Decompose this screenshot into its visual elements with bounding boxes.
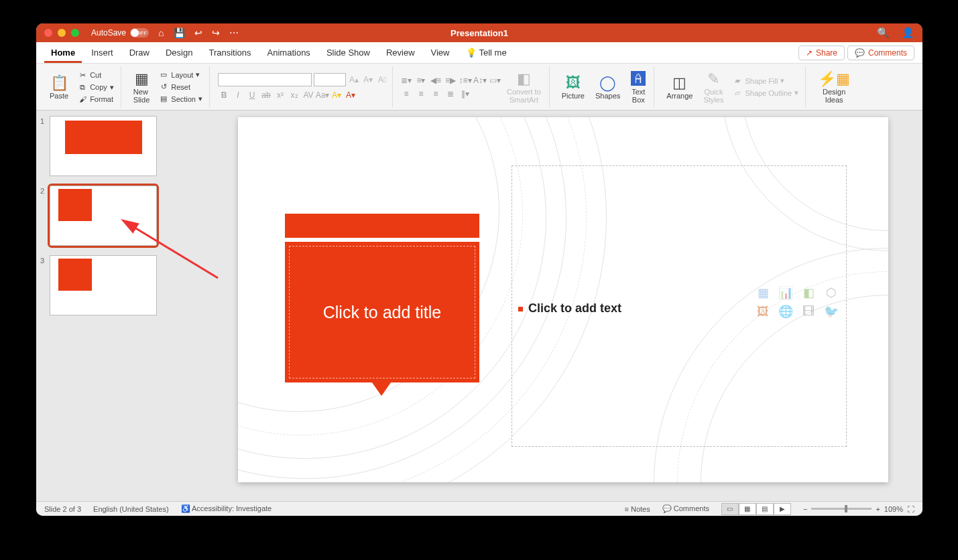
reset-button[interactable]: ↺Reset <box>156 82 205 92</box>
sorter-view-button[interactable]: ▦ <box>739 503 756 515</box>
tab-slideshow[interactable]: Slide Show <box>320 42 377 63</box>
slides-group: ▦New Slide ▭Layout ▾ ↺Reset ▤Section ▾ <box>125 66 210 107</box>
title-placeholder[interactable]: Click to add title <box>285 242 479 382</box>
autosave-control[interactable]: AutoSave OFF <box>91 28 149 38</box>
picture-button[interactable]: 🖼Picture <box>558 66 589 107</box>
arrange-button[interactable]: ◫Arrange <box>662 66 697 107</box>
tab-insert[interactable]: Insert <box>84 42 120 63</box>
zoom-window-button[interactable] <box>71 29 79 37</box>
slide-thumbnail-1[interactable] <box>50 116 157 176</box>
font-size-combo[interactable] <box>314 73 346 86</box>
share-button[interactable]: ↗Share <box>798 46 845 60</box>
language-indicator[interactable]: English (United States) <box>93 505 169 513</box>
insert-online-picture-icon[interactable]: 🌐 <box>776 303 796 320</box>
undo-icon[interactable]: ↩ <box>194 27 202 38</box>
home-icon[interactable]: ⌂ <box>158 27 164 38</box>
design-ideas-button[interactable]: ⚡▦Design Ideas <box>814 66 854 107</box>
save-icon[interactable]: 💾 <box>174 27 185 38</box>
subscript-button[interactable]: x² <box>274 89 286 101</box>
tab-transitions[interactable]: Transitions <box>202 42 257 63</box>
superscript-button[interactable]: x₂ <box>288 89 300 101</box>
slideshow-view-button[interactable]: ▶ <box>774 503 791 515</box>
normal-view-button[interactable]: ▭ <box>721 503 739 515</box>
slide-thumbnail-3[interactable] <box>50 255 157 316</box>
highlight-button[interactable]: A▾ <box>331 89 343 101</box>
indent-button[interactable]: ≡▶ <box>445 76 456 85</box>
bullets-button[interactable]: ≣▾ <box>401 76 412 85</box>
justify-button[interactable]: ≣ <box>445 89 456 98</box>
align-left-button[interactable]: ≡ <box>401 89 412 98</box>
align-center-button[interactable]: ≡ <box>416 89 426 98</box>
increase-font-button[interactable]: A▴ <box>348 74 360 86</box>
new-slide-button[interactable]: ▦New Slide <box>129 66 154 107</box>
section-button[interactable]: ▤Section ▾ <box>156 94 205 104</box>
zoom-in-button[interactable]: + <box>876 505 880 513</box>
zoom-slider[interactable] <box>811 508 872 510</box>
fit-window-button[interactable]: ⛶ <box>907 505 914 513</box>
paste-button[interactable]: 📋Paste <box>46 66 72 107</box>
slide-thumbnail-2[interactable] <box>50 186 157 246</box>
columns-button[interactable]: ‖▾ <box>460 89 471 98</box>
smartart-button[interactable]: ◧Convert to SmartArt <box>503 66 545 107</box>
insert-table-icon[interactable]: ▦ <box>753 285 773 301</box>
insert-icon-icon[interactable]: 🐦 <box>821 303 841 320</box>
comments-toggle[interactable]: 💬 Comments <box>662 504 709 513</box>
slide-canvas[interactable]: Click to add title Click to add text ▦ 📊… <box>238 117 888 482</box>
insert-smartart-icon[interactable]: ◧ <box>798 285 819 301</box>
font-name-combo[interactable] <box>218 73 312 86</box>
tab-animations[interactable]: Animations <box>261 42 317 63</box>
layout-button[interactable]: ▭Layout ▾ <box>156 70 205 80</box>
title-header-bar[interactable] <box>285 214 479 238</box>
shape-outline-button[interactable]: ▱Shape Outline ▾ <box>730 88 801 98</box>
notes-toggle[interactable]: ≡ Notes <box>625 505 650 513</box>
case-button[interactable]: Aa▾ <box>316 89 328 101</box>
insert-picture-icon[interactable]: 🖼 <box>753 303 773 320</box>
spacing-button[interactable]: AV <box>302 89 314 101</box>
comments-button[interactable]: 💬Comments <box>847 46 914 60</box>
align-text-button[interactable]: ▭▾ <box>489 76 500 85</box>
italic-button[interactable]: I <box>232 89 244 101</box>
underline-button[interactable]: U <box>246 89 258 101</box>
clear-format-button[interactable]: A⃠ <box>376 74 388 86</box>
account-icon[interactable]: 👤 <box>902 27 914 39</box>
strike-button[interactable]: ab <box>260 89 272 101</box>
slide-counter[interactable]: Slide 2 of 3 <box>44 505 81 513</box>
tab-draw[interactable]: Draw <box>123 42 156 63</box>
cut-button[interactable]: ✂Cut <box>75 70 117 80</box>
close-window-button[interactable] <box>44 29 52 37</box>
align-right-button[interactable]: ≡ <box>430 89 441 98</box>
tab-tellme[interactable]: 💡Tell me <box>459 42 514 63</box>
accessibility-status[interactable]: ♿ Accessibility: Investigate <box>181 504 272 513</box>
insert-video-icon[interactable]: 🎞 <box>798 303 819 320</box>
textbox-button[interactable]: 🅰Text Box <box>627 66 650 107</box>
insert-3d-icon[interactable]: ⬡ <box>821 285 841 301</box>
zoom-level[interactable]: 109% <box>884 505 903 513</box>
new-slide-icon: ▦ <box>135 70 149 88</box>
outdent-button[interactable]: ◀≡ <box>430 76 441 85</box>
font-color-button[interactable]: A▾ <box>345 89 357 101</box>
redo-icon[interactable]: ↪ <box>212 27 220 38</box>
shapes-button[interactable]: ◯Shapes <box>591 66 624 107</box>
tab-design[interactable]: Design <box>159 42 199 63</box>
text-direction-button[interactable]: A↕▾ <box>475 76 485 85</box>
more-icon[interactable]: ⋯ <box>229 27 239 38</box>
decrease-font-button[interactable]: A▾ <box>362 74 374 86</box>
format-painter-button[interactable]: 🖌Format <box>75 94 117 104</box>
numbering-button[interactable]: ≡▾ <box>416 76 426 85</box>
tab-home[interactable]: Home <box>44 42 82 63</box>
reading-view-button[interactable]: ▤ <box>756 503 774 515</box>
autosave-toggle[interactable]: OFF <box>130 28 149 38</box>
minimize-window-button[interactable] <box>58 29 66 37</box>
insert-chart-icon[interactable]: 📊 <box>776 285 796 301</box>
line-spacing-button[interactable]: ↕≡▾ <box>460 76 471 85</box>
bold-button[interactable]: B <box>218 89 230 101</box>
copy-button[interactable]: ⧉Copy ▾ <box>75 82 117 92</box>
brush-icon: 🖌 <box>78 95 87 103</box>
zoom-out-button[interactable]: − <box>803 505 807 513</box>
tab-review[interactable]: Review <box>379 42 422 63</box>
quick-styles-button[interactable]: ✎Quick Styles <box>699 66 727 107</box>
search-icon[interactable]: 🔍 <box>877 27 890 39</box>
shape-fill-button[interactable]: ▰Shape Fill ▾ <box>730 76 801 86</box>
tab-view[interactable]: View <box>424 42 457 63</box>
zoom-control: − + 109% ⛶ <box>803 505 914 513</box>
